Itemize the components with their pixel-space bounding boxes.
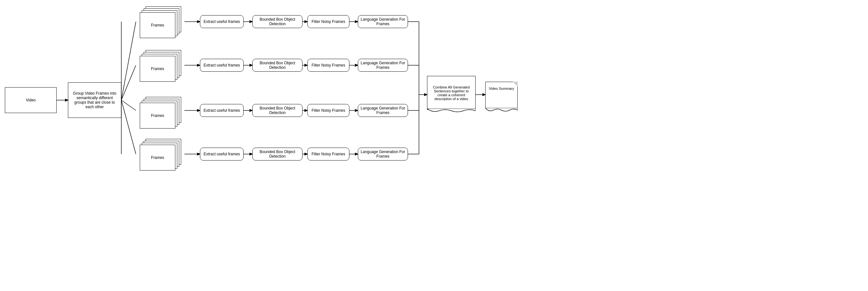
frames-label-row1: Frames <box>151 23 164 28</box>
summary-node-wrapper: Video Summary <box>485 82 518 112</box>
bbox-label-row1: Bounded Box Object Detection <box>254 17 301 26</box>
filter-label-row3: Filter Noisy Frames <box>312 108 345 113</box>
filter-row4: Filter Noisy Frames <box>307 148 349 160</box>
connections-svg <box>0 0 868 291</box>
filter-row3: Filter Noisy Frames <box>307 104 349 117</box>
bbox-row3: Bounded Box Object Detection <box>252 104 303 117</box>
extract-row4: Extract useful frames <box>200 148 244 160</box>
lang-label-row2: Language Generation For Frames <box>360 61 406 70</box>
bbox-label-row4: Bounded Box Object Detection <box>254 150 301 158</box>
combine-label: Combine All Generated Sentences together… <box>429 85 473 101</box>
frames-label-row3: Frames <box>151 113 164 118</box>
svg-line-1 <box>121 22 136 100</box>
frames-stack-row4: Frames <box>139 139 184 171</box>
extract-label-row4: Extract useful frames <box>204 152 240 156</box>
combine-node-wrapper: Combine All Generated Sentences together… <box>427 76 475 113</box>
extract-row1: Extract useful frames <box>200 15 244 28</box>
filter-label-row2: Filter Noisy Frames <box>312 63 345 68</box>
frames-label-row2: Frames <box>151 67 164 71</box>
extract-label-row1: Extract useful frames <box>204 20 240 24</box>
lang-row3: Language Generation For Frames <box>358 104 408 117</box>
lang-label-row1: Language Generation For Frames <box>360 17 406 26</box>
lang-label-row4: Language Generation For Frames <box>360 150 406 158</box>
svg-line-4 <box>121 100 136 154</box>
lang-row2: Language Generation For Frames <box>358 59 408 72</box>
bbox-row1: Bounded Box Object Detection <box>252 15 303 28</box>
frames-stack-row3: Frames <box>139 97 184 129</box>
lang-row4: Language Generation For Frames <box>358 148 408 160</box>
filter-row1: Filter Noisy Frames <box>307 15 349 28</box>
summary-label: Video Summary <box>489 86 514 90</box>
group-node: Group Video Frames into semantically dif… <box>68 82 121 118</box>
filter-label-row1: Filter Noisy Frames <box>312 20 345 24</box>
frames-stack-row2: Frames <box>139 50 184 82</box>
extract-label-row3: Extract useful frames <box>204 108 240 113</box>
group-label: Group Video Frames into semantically dif… <box>71 91 118 109</box>
svg-line-3 <box>121 100 136 110</box>
frames-label-row4: Frames <box>151 155 164 160</box>
bbox-row2: Bounded Box Object Detection <box>252 59 303 72</box>
filter-label-row4: Filter Noisy Frames <box>312 152 345 156</box>
frames-stack-row1: Frames <box>139 6 184 39</box>
extract-label-row2: Extract useful frames <box>204 63 240 68</box>
video-label: Video <box>26 98 36 102</box>
extract-row2: Extract useful frames <box>200 59 244 72</box>
lang-label-row3: Language Generation For Frames <box>360 106 406 115</box>
filter-row2: Filter Noisy Frames <box>307 59 349 72</box>
extract-row3: Extract useful frames <box>200 104 244 117</box>
lang-row1: Language Generation For Frames <box>358 15 408 28</box>
bbox-row4: Bounded Box Object Detection <box>252 148 303 160</box>
bbox-label-row2: Bounded Box Object Detection <box>254 61 301 70</box>
diagram-container: Video Group Video Frames into semantical… <box>0 0 868 291</box>
svg-line-2 <box>121 65 136 100</box>
video-node: Video <box>5 87 57 113</box>
bbox-label-row3: Bounded Box Object Detection <box>254 106 301 115</box>
